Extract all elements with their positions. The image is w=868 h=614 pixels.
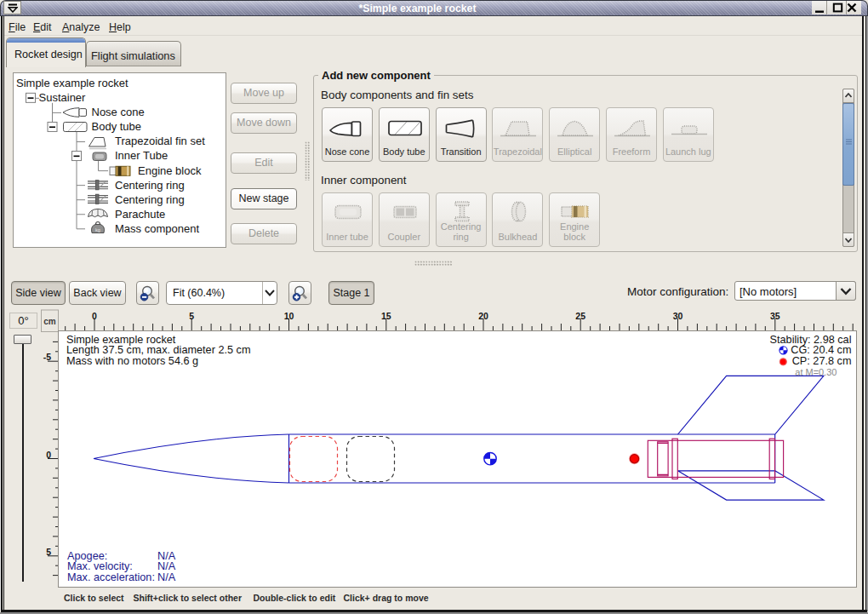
svg-text:N/A: N/A bbox=[157, 571, 176, 583]
svg-text:Centering ring: Centering ring bbox=[115, 179, 185, 192]
svg-text:Mass with no motors 54.6 g: Mass with no motors 54.6 g bbox=[66, 355, 198, 367]
svg-text:35: 35 bbox=[770, 311, 780, 321]
svg-text:kg: kg bbox=[95, 227, 100, 232]
svg-text:Mass component: Mass component bbox=[115, 222, 199, 235]
svg-text:0: 0 bbox=[46, 450, 51, 460]
svg-text:-5: -5 bbox=[43, 352, 51, 362]
svg-text:0: 0 bbox=[92, 311, 97, 321]
svg-text:Body tube: Body tube bbox=[92, 120, 142, 133]
svg-text:Parachute: Parachute bbox=[115, 208, 165, 221]
svg-text:15: 15 bbox=[381, 311, 391, 321]
svg-text:Engine block: Engine block bbox=[138, 164, 202, 177]
svg-text:Simple example rocket: Simple example rocket bbox=[16, 77, 128, 89]
svg-text:cm: cm bbox=[43, 317, 56, 326]
svg-text:at M=0.30: at M=0.30 bbox=[795, 367, 837, 377]
svg-text:Nose cone: Nose cone bbox=[92, 106, 145, 118]
svg-text:Sustainer: Sustainer bbox=[39, 91, 87, 104]
svg-text:5: 5 bbox=[46, 547, 51, 557]
svg-text:5: 5 bbox=[189, 311, 194, 321]
svg-text:Centering ring: Centering ring bbox=[115, 193, 185, 206]
svg-text:Inner Tube: Inner Tube bbox=[115, 149, 168, 162]
svg-text:Trapezoidal fin set: Trapezoidal fin set bbox=[115, 135, 205, 147]
svg-text:CP: 27.8 cm: CP: 27.8 cm bbox=[792, 355, 852, 367]
svg-text:Max. acceleration:: Max. acceleration: bbox=[67, 571, 155, 583]
svg-text:10: 10 bbox=[284, 311, 294, 321]
svg-text:30: 30 bbox=[673, 311, 683, 321]
svg-text:25: 25 bbox=[575, 311, 585, 321]
svg-text:20: 20 bbox=[478, 311, 488, 321]
